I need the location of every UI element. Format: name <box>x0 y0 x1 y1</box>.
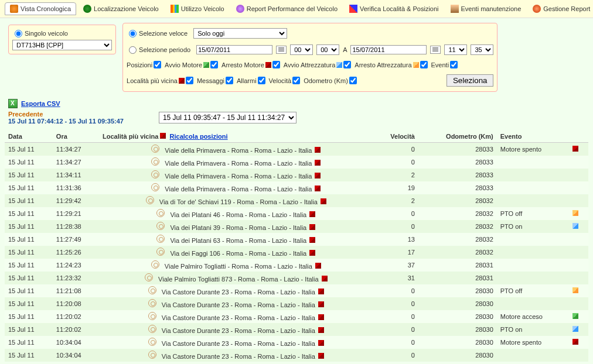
chk-eventi[interactable]: Eventi <box>431 61 458 68</box>
flag-icon <box>318 289 324 294</box>
table-row[interactable]: 15 Jul 1111:34:27 Viale della Primavera … <box>5 156 588 169</box>
target-icon[interactable] <box>148 312 156 320</box>
chk-arresto-attrezzatura[interactable]: Arresto Attrezzatura <box>355 61 427 68</box>
tab-icon <box>451 5 459 13</box>
seleziona-button[interactable]: Seleziona <box>447 74 494 87</box>
target-icon[interactable] <box>148 299 156 307</box>
flag-icon <box>309 211 315 217</box>
table-row[interactable]: 15 Jul 1111:23:32 Viale Palmiro Togliatt… <box>5 272 588 284</box>
export-csv-link[interactable]: Esporta CSV <box>21 100 60 107</box>
target-icon[interactable] <box>151 170 159 178</box>
hour-to[interactable]: 11 <box>444 44 467 55</box>
target-icon[interactable] <box>151 260 159 269</box>
single-vehicle-radio-input[interactable] <box>15 30 22 37</box>
tab-eventi-manutenzione[interactable]: Eventi manutenzione <box>446 2 526 15</box>
filter-area: Singolo veicolo DT713HB [CPP] Selezione … <box>0 18 593 97</box>
tab-report-performance-del-veicolo[interactable]: Report Performance del Veicolo <box>231 2 342 15</box>
flag-icon <box>322 276 328 281</box>
table-row[interactable]: 15 Jul 1111:24:23 Viale Palmiro Togliatt… <box>5 259 588 272</box>
flag-icon <box>309 250 315 256</box>
target-icon[interactable] <box>148 286 156 294</box>
single-vehicle-label: Singolo veicolo <box>25 30 68 37</box>
flag-icon <box>309 237 315 243</box>
range-select[interactable]: 15 Jul 11 09:35:47 - 15 Jul 11 11:34:27 <box>159 112 296 123</box>
date-to[interactable] <box>350 45 427 54</box>
table-row[interactable]: 15 Jul 1111:27:49 Via dei Platani 63 - R… <box>5 233 588 246</box>
vehicle-select[interactable]: DT713HB [CPP] <box>12 40 112 50</box>
table-row[interactable]: 15 Jul 1111:31:36 Viale della Primavera … <box>5 181 588 194</box>
target-icon[interactable] <box>146 196 154 204</box>
tab-gestione-report[interactable]: Gestione Report <box>528 2 593 15</box>
event-flag-icon <box>572 146 578 152</box>
target-icon[interactable] <box>156 248 165 256</box>
table-row[interactable]: 15 Jul 1111:29:42 Via di Tor de' Schiavi… <box>5 194 588 207</box>
flag-icon <box>160 133 166 139</box>
calendar-icon[interactable] <box>430 46 441 54</box>
chk-messaggi[interactable]: Messaggi <box>197 77 233 84</box>
target-icon[interactable] <box>145 273 153 281</box>
precedente-range: 15 Jul 11 07:44:12 - 15 Jul 11 09:35:47 <box>8 118 124 125</box>
table-row[interactable]: 15 Jul 1110:34:04 Via Castore Durante 23… <box>5 349 588 362</box>
min-from[interactable]: 00 <box>316 44 339 55</box>
flag-icon <box>321 198 326 204</box>
period-select-radio[interactable]: Selezione periodo <box>127 45 193 55</box>
col-flag <box>568 131 588 143</box>
calendar-icon[interactable] <box>276 46 287 54</box>
quick-select[interactable]: Solo oggi <box>193 28 287 39</box>
event-flag-icon <box>572 339 578 345</box>
flag-icon <box>318 353 324 359</box>
table-row[interactable]: 15 Jul 1111:25:26 Via dei Faggi 106 - Ro… <box>5 246 588 259</box>
table-row[interactable]: 15 Jul 1111:34:11 Viale della Primavera … <box>5 169 588 181</box>
table-row[interactable]: 15 Jul 1111:20:02 Via Castore Durante 23… <box>5 323 588 336</box>
table-row[interactable]: 15 Jul 1111:20:08 Via Castore Durante 23… <box>5 297 588 310</box>
target-icon[interactable] <box>156 222 165 230</box>
target-icon[interactable] <box>148 338 156 346</box>
table-row[interactable]: 15 Jul 1110:34:04 Via Castore Durante 23… <box>5 336 588 349</box>
col-evento: Evento <box>497 131 568 143</box>
chk-posizioni[interactable]: Posizioni <box>127 61 161 68</box>
table-row[interactable]: 15 Jul 1111:21:08 Via Castore Durante 23… <box>5 284 588 297</box>
flag-icon <box>315 147 321 153</box>
target-icon[interactable] <box>156 209 165 217</box>
table-row[interactable]: 15 Jul 1111:20:02 Via Castore Durante 23… <box>5 310 588 323</box>
target-icon[interactable] <box>148 351 156 359</box>
tab-vista-cronologica[interactable]: Vista Cronologica <box>5 2 76 15</box>
tab-localizzazione-veicolo[interactable]: Localizzazione Veicolo <box>79 2 163 15</box>
export-row: Esporta CSV <box>0 97 593 111</box>
event-flag-icon <box>572 287 578 293</box>
chk-arresto-motore[interactable]: Arresto Motore <box>221 61 280 68</box>
chk-localita[interactable]: Località più vicina <box>127 77 193 84</box>
hour-from[interactable]: 00 <box>290 44 313 55</box>
table-row[interactable]: 15 Jul 1111:28:38 Via dei Platani 39 - R… <box>5 220 588 233</box>
tab-utilizzo-veicolo[interactable]: Utilizzo Veicolo <box>166 2 229 15</box>
single-vehicle-radio[interactable]: Singolo veicolo <box>12 29 112 39</box>
tab-icon <box>349 5 357 13</box>
tab-verifica-localit-posizioni[interactable]: Verifica Località & Posizioni <box>345 2 444 15</box>
chk-avvio-motore[interactable]: Avvio Motore <box>165 61 218 68</box>
date-from[interactable] <box>196 45 272 54</box>
flag-icon <box>309 224 315 230</box>
table-row[interactable]: 15 Jul 1111:34:27 Viale della Primavera … <box>5 143 588 156</box>
chk-velocita[interactable]: Velocità <box>269 77 301 84</box>
ricalcola-link[interactable]: Ricalcola posizioni <box>170 133 228 140</box>
table-row[interactable]: 15 Jul 1111:29:21 Via dei Platani 46 - R… <box>5 207 588 220</box>
chk-odometro[interactable]: Odometro (Km) <box>304 77 357 84</box>
col-velocita: Velocità <box>373 131 418 143</box>
quick-select-radio[interactable]: Selezione veloce <box>127 29 190 39</box>
target-icon[interactable] <box>148 325 156 333</box>
chk-avvio-attrezzatura[interactable]: Avvio Attrezzatura <box>284 61 351 68</box>
target-icon[interactable] <box>156 235 165 243</box>
tab-icon <box>236 5 244 13</box>
flag-icon <box>315 186 321 191</box>
event-flag-icon <box>572 326 578 332</box>
flag-icon <box>318 327 324 333</box>
precedente-label[interactable]: Precedente <box>8 111 124 118</box>
date-filter-box: Selezione veloce Solo oggi Selezione per… <box>122 23 497 92</box>
target-icon[interactable] <box>151 183 159 191</box>
target-icon[interactable] <box>151 157 159 166</box>
flag-icon <box>318 301 324 307</box>
target-icon[interactable] <box>151 145 159 153</box>
event-flag-icon <box>572 223 578 229</box>
min-to[interactable]: 35 <box>471 44 493 55</box>
chk-allarmi[interactable]: Allarmi <box>237 77 265 84</box>
